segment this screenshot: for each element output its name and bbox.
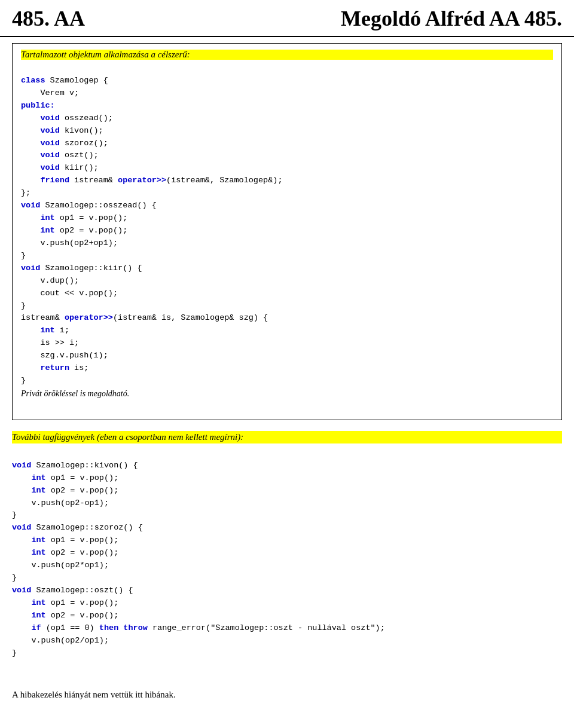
page-header: 485. AA Megoldó Alfréd AA 485.	[0, 0, 574, 37]
title-right: Megoldó Alfréd AA 485.	[341, 6, 562, 31]
footer-note: A hibakezelés hiányát nem vettük itt hib…	[0, 690, 574, 700]
kw-public: public:	[21, 101, 55, 110]
section1-code: class Szamologep { Verem v; public: void…	[21, 62, 553, 414]
section1-highlight: Tartalmazott objektum alkalmazása a céls…	[21, 50, 553, 60]
section2-highlight: További tagfüggvények (eben a csoportban…	[12, 431, 562, 443]
section2-code: void Szamologep::kivon() { int op1 = v.p…	[12, 447, 562, 672]
section1-box: Tartalmazott objektum alkalmazása a céls…	[12, 43, 562, 420]
section2-area: További tagfüggvények (eben a csoportban…	[12, 427, 562, 676]
title-left: 485. AA	[12, 6, 85, 31]
privat-note: Privát örökléssel is megoldható.	[21, 389, 129, 398]
kw-class: class	[21, 76, 45, 85]
main-content: Tartalmazott objektum alkalmazása a céls…	[0, 37, 574, 681]
